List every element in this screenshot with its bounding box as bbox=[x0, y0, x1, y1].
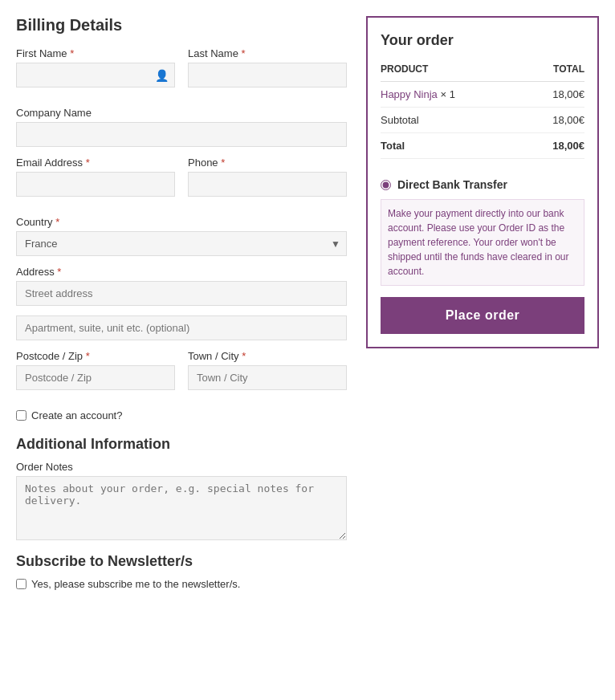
col-product-header: PRODUCT bbox=[381, 60, 523, 82]
address-required: * bbox=[57, 266, 61, 278]
company-input[interactable] bbox=[16, 122, 347, 147]
town-label: Town / City * bbox=[188, 350, 347, 362]
order-notes-group: Order Notes bbox=[16, 461, 347, 540]
subscribe-section: Subscribe to Newsletter/s Yes, please su… bbox=[16, 553, 347, 590]
product-name-link: Happy Ninja bbox=[381, 88, 438, 100]
phone-input[interactable] bbox=[188, 172, 347, 197]
additional-section: Additional Information Order Notes bbox=[16, 436, 347, 540]
first-name-group: First Name * 👤 bbox=[16, 47, 175, 88]
order-item-name: Happy Ninja × 1 bbox=[381, 82, 523, 108]
phone-group: Phone * bbox=[188, 157, 347, 197]
company-label: Company Name bbox=[16, 107, 347, 119]
apt-input[interactable] bbox=[16, 315, 347, 340]
town-input[interactable] bbox=[188, 365, 347, 390]
name-row: First Name * 👤 Last Name * bbox=[16, 47, 347, 97]
additional-title: Additional Information bbox=[16, 436, 347, 453]
postcode-town-row: Postcode / Zip * Town / City * bbox=[16, 350, 347, 400]
order-panel-inner: Your order PRODUCT TOTAL Happy Ninja × 1… bbox=[366, 16, 599, 348]
order-table: PRODUCT TOTAL Happy Ninja × 1 18,00€ Sub… bbox=[381, 60, 584, 159]
direct-bank-radio[interactable] bbox=[381, 180, 391, 190]
postcode-input[interactable] bbox=[16, 365, 175, 390]
order-item-row: Happy Ninja × 1 18,00€ bbox=[381, 82, 584, 108]
last-name-input[interactable] bbox=[188, 63, 347, 88]
last-name-label: Last Name * bbox=[188, 47, 347, 59]
billing-title: Billing Details bbox=[16, 16, 347, 35]
address-label: Address * bbox=[16, 266, 347, 278]
payment-section: Direct Bank Transfer Make your payment d… bbox=[381, 170, 584, 334]
order-notes-textarea[interactable] bbox=[16, 476, 347, 540]
create-account-label: Create an account? bbox=[31, 409, 122, 421]
payment-method-label: Direct Bank Transfer bbox=[397, 178, 507, 191]
subscribe-label: Yes, please subscribe me to the newslett… bbox=[31, 578, 240, 590]
address-group: Address * bbox=[16, 266, 347, 306]
country-group: Country * France Germany Spain Italy Uni… bbox=[16, 216, 347, 256]
order-title: Your order bbox=[381, 32, 584, 49]
email-group: Email Address * bbox=[16, 157, 175, 197]
first-name-label: First Name * bbox=[16, 47, 175, 59]
order-item-total: 18,00€ bbox=[523, 82, 584, 108]
subscribe-checkbox[interactable] bbox=[16, 579, 26, 589]
place-order-button[interactable]: Place order bbox=[381, 297, 584, 334]
postcode-group: Postcode / Zip * bbox=[16, 350, 175, 390]
email-label: Email Address * bbox=[16, 157, 175, 169]
email-phone-row: Email Address * Phone * bbox=[16, 157, 347, 206]
order-notes-label: Order Notes bbox=[16, 461, 347, 473]
total-value: 18,00€ bbox=[523, 133, 584, 159]
last-name-required: * bbox=[242, 47, 246, 59]
person-icon: 👤 bbox=[155, 69, 169, 82]
street-address-input[interactable] bbox=[16, 281, 347, 306]
postcode-label: Postcode / Zip * bbox=[16, 350, 175, 362]
country-select-wrapper: France Germany Spain Italy United Kingdo… bbox=[16, 231, 347, 256]
col-total-header: TOTAL bbox=[523, 60, 584, 82]
create-account-checkbox[interactable] bbox=[16, 410, 26, 421]
country-required: * bbox=[55, 216, 59, 228]
product-quantity: × 1 bbox=[440, 88, 454, 100]
subtotal-row: Subtotal 18,00€ bbox=[381, 108, 584, 133]
order-panel: Your order PRODUCT TOTAL Happy Ninja × 1… bbox=[366, 16, 599, 604]
create-account-row: Create an account? bbox=[16, 409, 347, 421]
total-label: Total bbox=[381, 133, 523, 159]
apt-group bbox=[16, 315, 347, 340]
billing-form-section: Billing Details First Name * 👤 Last Name… bbox=[16, 16, 347, 604]
phone-required: * bbox=[221, 157, 225, 169]
first-name-required: * bbox=[70, 47, 74, 59]
country-label: Country * bbox=[16, 216, 347, 228]
subtotal-value: 18,00€ bbox=[523, 108, 584, 133]
town-required: * bbox=[242, 350, 246, 362]
payment-description: Make your payment directly into our bank… bbox=[381, 199, 584, 286]
total-row: Total 18,00€ bbox=[381, 133, 584, 159]
country-select[interactable]: France Germany Spain Italy United Kingdo… bbox=[16, 231, 347, 256]
first-name-input[interactable] bbox=[16, 63, 175, 88]
last-name-group: Last Name * bbox=[188, 47, 347, 88]
subscribe-row: Yes, please subscribe me to the newslett… bbox=[16, 578, 347, 590]
company-group: Company Name bbox=[16, 107, 347, 147]
subtotal-label: Subtotal bbox=[381, 108, 523, 133]
email-input[interactable] bbox=[16, 172, 175, 197]
payment-option-row: Direct Bank Transfer bbox=[381, 178, 584, 191]
postcode-required: * bbox=[86, 350, 90, 362]
phone-label: Phone * bbox=[188, 157, 347, 169]
first-name-input-wrapper: 👤 bbox=[16, 63, 175, 88]
subscribe-title: Subscribe to Newsletter/s bbox=[16, 553, 347, 570]
email-required: * bbox=[86, 157, 90, 169]
town-group: Town / City * bbox=[188, 350, 347, 390]
